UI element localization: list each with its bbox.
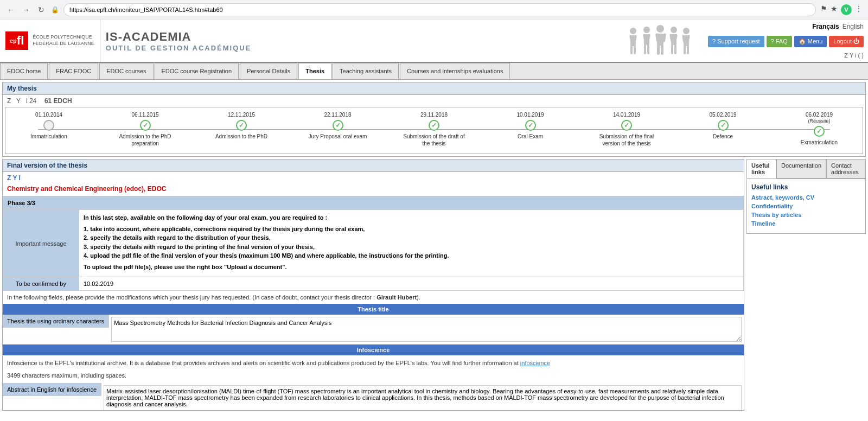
- svg-rect-16: [657, 45, 660, 55]
- timeline-row: 01.10.2014 Immatriculation 06.11.2015 Ad…: [16, 112, 852, 147]
- zy-row: Z Y i: [3, 172, 744, 184]
- reload-button[interactable]: ↻: [36, 4, 47, 15]
- svg-point-0: [630, 28, 636, 34]
- tab-edoc-home[interactable]: EDOC home: [0, 63, 48, 79]
- to-be-confirmed-label: To be confirmed by: [3, 277, 79, 291]
- right-tabs: Useful links Documentation Contact addre…: [746, 159, 866, 179]
- svg-rect-4: [630, 46, 633, 54]
- svg-rect-10: [644, 44, 646, 54]
- thesis-info-row: Z Y i 24 61 EDCH: [3, 95, 865, 107]
- tab-documentation[interactable]: Documentation: [776, 159, 826, 178]
- header-right: Français English ? Support request ? FAQ…: [704, 20, 868, 62]
- thesis-title-input-container: Mass Spectrometry Methods for Bacterial …: [109, 315, 744, 344]
- timeline-dot-exmatriculation: [814, 126, 825, 137]
- app-header: epfl ÉCOLE POLYTECHNIQUE FÉDÉRALE DE LAU…: [0, 20, 868, 63]
- final-version-header: Final version of the thesis: [2, 159, 744, 172]
- important-message-content: In this last step, available on the foll…: [79, 210, 744, 277]
- timeline-item-exmatriculation: 06.02.2019(Réussite) Exmatriculation: [787, 112, 852, 146]
- phase-table: Phase 3/3 Important message In this last…: [3, 196, 744, 291]
- main-area: Final version of the thesis Z Y i Chemis…: [2, 159, 866, 411]
- timeline-container: 01.10.2014 Immatriculation 06.11.2015 Ad…: [5, 107, 863, 154]
- timeline-item-oral-exam: 10.01.2019 Oral Exam: [498, 112, 563, 140]
- svg-point-18: [671, 27, 677, 33]
- support-button[interactable]: ? Support request: [708, 36, 764, 47]
- main-nav: EDOC home FRAC EDOC EDOC courses EDOC co…: [0, 63, 868, 80]
- thesis-title-label: Thesis title using ordinary characters: [3, 315, 109, 328]
- timeline-dot-phd-prep: [140, 120, 151, 131]
- svg-point-12: [656, 25, 664, 33]
- abstract-input-container: Matrix-assisted laser desorption/ionisat…: [101, 383, 744, 411]
- svg-rect-5: [634, 46, 636, 54]
- timeline-item-phd-prep: 06.11.2015 Admission to the PhD preparat…: [113, 112, 178, 147]
- tab-edoc-courses[interactable]: EDOC courses: [99, 63, 153, 79]
- tab-thesis[interactable]: Thesis: [298, 63, 331, 79]
- right-panel-content: Useful links Astract, keywords, CV Confi…: [746, 179, 866, 234]
- is-academia-section: IS-ACADEMIA OUTIL DE GESTION ACADÉMIQUE: [100, 20, 617, 62]
- infoscience-section: Infoscience: [3, 345, 744, 355]
- logout-button[interactable]: Logout ⏻: [829, 36, 864, 47]
- timeline-dot-oral-exam: [525, 120, 536, 131]
- forward-button[interactable]: →: [21, 4, 31, 15]
- timeline-dot-defence: [718, 120, 729, 131]
- menu-button[interactable]: 🏠 Menu: [794, 36, 827, 47]
- header-buttons: ? Support request ? FAQ 🏠 Menu Logout ⏻: [708, 36, 864, 47]
- thesis-code: 61 EDCH: [44, 97, 72, 105]
- back-button[interactable]: ←: [5, 4, 16, 15]
- infoscience-link[interactable]: infoscience: [520, 360, 550, 366]
- timeline-item-immatriculation: 01.10.2014 Immatriculation: [16, 112, 81, 140]
- header-silhouette: [617, 20, 704, 62]
- important-message-label: Important message: [3, 210, 79, 277]
- faq-button[interactable]: ? FAQ: [767, 36, 792, 47]
- infoscience-text: Infoscience is the EPFL's institutional …: [3, 355, 744, 371]
- lang-french[interactable]: Français: [812, 23, 839, 30]
- abstract-textarea[interactable]: Matrix-assisted laser desorption/ionisat…: [104, 385, 742, 411]
- timeline-item-defence: 05.02.2019 Defence: [691, 112, 756, 140]
- main-right: Useful links Documentation Contact addre…: [746, 159, 866, 411]
- lang-english[interactable]: English: [843, 23, 864, 30]
- link-thesis-articles[interactable]: Thesis by articles: [751, 212, 861, 218]
- tab-courses-internships[interactable]: Courses and internships evaluations: [400, 63, 510, 79]
- tab-frac-edoc[interactable]: FRAC EDOC: [49, 63, 98, 79]
- school-name: ÉCOLE POLYTECHNIQUE FÉDÉRALE DE LAUSANNE: [33, 34, 94, 47]
- svg-rect-11: [647, 44, 649, 54]
- svg-rect-29: [687, 46, 689, 54]
- timeline-dot-submission-draft: [429, 120, 439, 131]
- timeline-item-submission-draft: 29.11.2018 Submission of the draft of th…: [401, 112, 467, 147]
- svg-rect-17: [661, 45, 663, 55]
- tab-teaching-assistants[interactable]: Teaching assistants: [333, 63, 399, 79]
- timeline-dot-submission-final: [621, 120, 632, 131]
- tab-edoc-course-registration[interactable]: EDOC course Registration: [155, 63, 239, 79]
- is-academia-title: IS-ACADEMIA: [106, 30, 617, 44]
- thesis-title-textarea[interactable]: Mass Spectrometry Methods for Bacterial …: [111, 317, 742, 342]
- user-bar: Z Y i ( ): [844, 52, 864, 59]
- abstract-row: Abstract in English for infoscience Matr…: [3, 383, 744, 411]
- content-scroll[interactable]: Z Y i Chemistry and Chemical Engineering…: [2, 172, 744, 411]
- epfl-logo: epfl: [5, 31, 28, 50]
- tab-personal-details[interactable]: Personal Details: [240, 63, 297, 79]
- timeline-item-jury-proposal: 22.11.2018 Jury Proposal oral exam: [305, 112, 371, 140]
- link-confidentiality[interactable]: Confidentiality: [751, 203, 861, 209]
- tab-useful-links[interactable]: Useful links: [746, 159, 776, 178]
- contact-text: In the following fields, please provide …: [3, 291, 744, 304]
- timeline-dot-jury: [333, 120, 343, 131]
- lang-row: Français English: [812, 23, 864, 30]
- to-be-confirmed-value: 10.02.2019: [79, 277, 744, 291]
- tab-contact-addresses[interactable]: Contact addresses: [826, 159, 866, 178]
- main-left: Final version of the thesis Z Y i Chemis…: [2, 159, 744, 411]
- char-count: 3499 characters maximum, including space…: [3, 371, 744, 384]
- timeline-item-phd: 12.11.2015 Admission to the PhD: [209, 112, 274, 140]
- student-info: Z Y i 24: [7, 97, 40, 105]
- link-timeline[interactable]: Timeline: [751, 220, 861, 227]
- svg-rect-28: [684, 46, 686, 54]
- dept-name: Chemistry and Chemical Engineering (edoc…: [3, 184, 744, 196]
- abstract-label: Abstract in English for infoscience: [3, 383, 101, 396]
- logo-section: epfl ÉCOLE POLYTECHNIQUE FÉDÉRALE DE LAU…: [0, 20, 100, 62]
- thesis-title-section: Thesis title: [3, 304, 744, 315]
- browser-bar: ← → ↻ 🔒 ⚑ ★ V ⋮: [0, 0, 868, 20]
- link-abstract[interactable]: Astract, keywords, CV: [751, 194, 861, 201]
- url-bar[interactable]: [63, 3, 816, 16]
- phase-header: Phase 3/3: [3, 196, 744, 210]
- svg-rect-23: [674, 44, 676, 54]
- page-content: My thesis Z Y i 24 61 EDCH 01.10.2014 Im…: [0, 80, 868, 411]
- timeline-dot-immatriculation: [43, 120, 54, 131]
